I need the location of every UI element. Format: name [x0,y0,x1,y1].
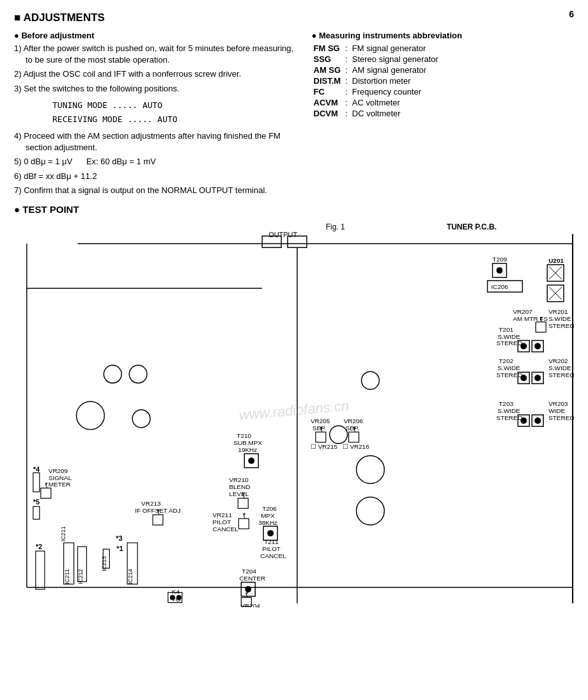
t203-label: T203 [499,400,514,407]
list-item-2: 2) Adjust the OSC coil and IFT with a no… [14,68,299,80]
numbered-list-2: 4) Proceed with the AM section adjustmen… [14,130,299,196]
vr201-stereo: STEREO [548,322,574,329]
vr205-sep: SEP. [313,424,326,432]
ic211-vert: IC211 [64,569,70,584]
t201-swide: S.WIDE [498,332,521,339]
t202-swide: S.WIDE [498,364,521,371]
vr201-label: VR201 [548,308,568,315]
t203-swide: S.WIDE [498,407,521,414]
ref4-label: *4 [33,465,40,472]
abbrev-row: DIST.M : Distortion meter [312,75,440,86]
svg-point-77 [176,595,182,600]
abbrev-row: ACVM : AC voltmeter [312,97,440,108]
svg-point-61 [534,417,541,424]
list-item-5: 5) 0 dBμ = 1 μV Ex: 60 dBμ = 1 mV [14,156,299,167]
fig-label: Fig. 1 [326,222,345,231]
abbrev-code: DCVM [312,108,344,119]
abbreviation-table: FM SG : FM signal generator SSG : Stereo… [312,43,440,119]
svg-rect-62 [153,515,163,525]
vr207-label: VR207 [513,308,532,315]
t211-cancel: CANCEL [260,552,286,559]
abbrev-code: FM SG [312,43,344,54]
svg-marker-67 [45,483,48,485]
svg-line-66 [46,485,47,488]
svg-point-53 [534,343,541,349]
vr210-blend: BLEND [229,483,250,490]
svg-rect-65 [41,488,51,498]
abbrev-row: FM SG : FM signal generator [312,43,440,54]
before-adjustment-heading: Before adjustment [14,31,299,40]
svg-rect-22 [238,518,249,529]
list-item-7: 7) Confirm that a signal is output on th… [14,185,299,196]
abbrev-colon: : [343,43,350,54]
t206-label: T206 [262,505,277,512]
tuning-mode-line: TUNING MODE ..... AUTO [52,98,299,113]
u201-label: U201 [548,257,564,264]
abbrev-colon: : [343,65,350,75]
abbrev-code: ACVM [312,97,344,108]
svg-point-51 [520,343,527,349]
svg-point-59 [520,417,527,424]
svg-point-45 [497,267,503,274]
abbrev-desc: FM signal generator [350,43,440,54]
right-column: Measuring instruments abbreviation FM SG… [306,31,574,199]
abbrev-colon: : [343,86,350,97]
svg-rect-70 [36,551,45,589]
svg-point-76 [170,595,175,600]
vr209-signal: SIGNAL [49,474,72,481]
svg-rect-68 [33,472,40,492]
board-label: TUNER P.C.B. [447,222,497,231]
abbrev-colon: : [343,108,350,119]
svg-point-9 [104,365,121,383]
vr210-level: LEVEL [229,490,249,497]
ic213-vert: IC213 [101,556,107,572]
list-item-6: 6) dBf = xx dBμ + 11.2 [14,171,299,182]
svg-point-16 [357,497,385,525]
abbrev-row: DCVM : DC voltmeter [312,108,440,119]
svg-point-32 [267,530,274,536]
vr207-amftr: AM MTR FS [513,315,548,322]
vr201-swide: S.WIDE [548,315,571,322]
abbrev-row: SSG : Stereo signal generator [312,54,440,65]
svg-rect-47 [536,322,546,332]
svg-point-18 [248,458,254,464]
abbrev-desc: AC voltmeter [350,97,440,108]
ref1-label: *1 [116,545,123,552]
vr205-label: VR205 [311,417,330,424]
two-col-layout: Before adjustment 1) After the power swi… [14,31,574,199]
abbrev-code: AM SG [312,65,344,75]
t210-freq: 19KHz [238,446,257,453]
vr211-pilot: PILOT [213,518,231,525]
test-point-heading: TEST POINT [14,204,574,215]
k4-label: K4 [172,588,180,595]
output-label: OUTPUT [268,231,297,238]
t201-label: T201 [499,325,514,332]
abbrev-colon: : [343,97,350,108]
svg-marker-37 [245,593,248,595]
section-title: ADJUSTMENTS [14,12,574,24]
svg-rect-19 [238,498,248,508]
ref5-label: *5 [33,498,40,506]
abbrev-colon: : [343,75,350,86]
receiving-mode-line: RECEIVING MODE ..... AUTO [52,113,299,127]
svg-point-12 [132,410,150,428]
abbrev-desc: Frequency counter [350,86,440,97]
svg-point-14 [330,426,348,444]
abbrev-desc: AM signal generator [350,65,440,75]
abbrev-colon: : [343,54,350,65]
svg-line-23 [244,515,245,518]
abbrev-desc: DC voltmeter [350,108,440,119]
svg-rect-28 [349,432,359,442]
t206-mpx: MPX [261,512,275,519]
svg-point-55 [520,375,527,381]
ic212-vert: IC212 [77,569,84,584]
ref3-label: *3 [116,534,122,542]
t210-label: T210 [236,432,251,439]
abbrev-code: FC [312,86,344,97]
vr216-label: ☐ VR216 [343,443,370,450]
measuring-instruments-heading: Measuring instruments abbreviation [312,31,574,40]
vr209-label: VR209 [49,467,68,474]
t202-label: T202 [499,357,514,364]
diagram-area: www.radiofans.cn Fig. 1 TUNER P.C.B. OUT… [14,217,574,607]
t206-freq: 38KHz [258,519,277,526]
